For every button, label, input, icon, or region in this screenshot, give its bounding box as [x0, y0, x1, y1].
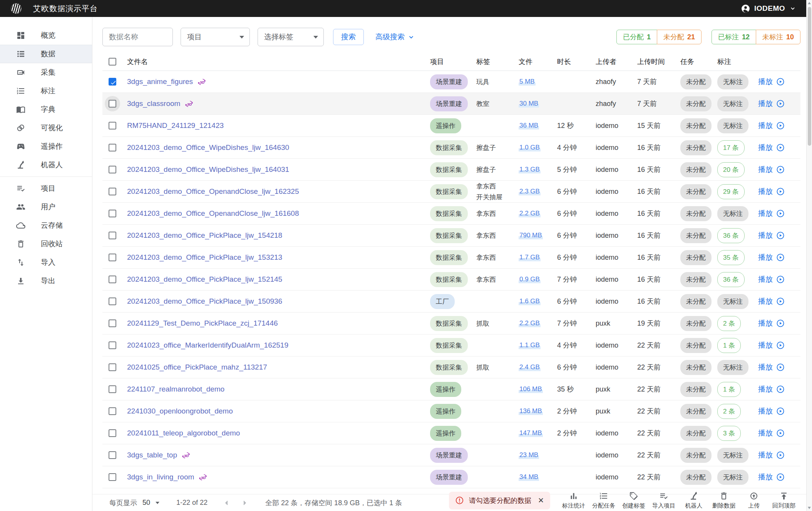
file-link[interactable]: 3dgs_anime_figures [127, 77, 193, 86]
file-link[interactable]: 20241203_demo_Office_PickPlace_ljw_15214… [127, 275, 282, 284]
file-link[interactable]: 20241203_demo_Office_WipeDishes_ljw_1640… [127, 165, 289, 174]
advanced-search-link[interactable]: 高级搜索 [375, 32, 415, 42]
play-button[interactable]: 播放 [758, 99, 800, 109]
file-link[interactable]: 20241203_demo_Office_PickPlace_ljw_15421… [127, 231, 282, 240]
play-button[interactable]: 播放 [758, 318, 800, 328]
play-button[interactable]: 播放 [758, 230, 800, 240]
file-size-link[interactable]: 34 MB [519, 473, 539, 481]
row-checkbox[interactable] [109, 232, 116, 239]
file-link[interactable]: 20241025_office_PickPlace_mahz_113217 [127, 363, 267, 371]
play-button[interactable]: 播放 [758, 252, 800, 262]
row-checkbox[interactable] [109, 385, 116, 393]
play-button[interactable]: 播放 [758, 187, 800, 197]
play-button[interactable]: 播放 [758, 472, 800, 482]
file-link[interactable]: RM75HAND_241129_121423 [127, 121, 224, 130]
sidebar-item-回收站[interactable]: 回收站 [0, 235, 92, 253]
file-size-link[interactable]: 1.6 GB [519, 298, 541, 305]
sidebar-item-可视化[interactable]: 可视化 [0, 119, 92, 137]
scroll-down-arrow-icon[interactable] [808, 507, 811, 509]
data-name-input[interactable]: 数据名称 [102, 28, 173, 46]
prev-page-button[interactable] [223, 499, 231, 507]
tool-upload-button[interactable]: 上传 [739, 491, 769, 509]
file-size-link[interactable]: 2.2 GB [519, 210, 541, 217]
row-checkbox[interactable] [109, 319, 116, 327]
file-size-link[interactable]: 2.4 GB [519, 363, 541, 371]
row-checkbox[interactable] [109, 100, 116, 108]
tool-annotate-button[interactable]: 分配任务 [589, 491, 619, 509]
per-page-select[interactable]: 每页显示 50 [109, 498, 159, 508]
file-link[interactable]: 20241203_demo_Office_OpenandClose_ljw_16… [127, 209, 299, 218]
play-button[interactable]: 播放 [758, 340, 800, 350]
vertical-scrollbar[interactable] [806, 0, 812, 511]
scrollbar-thumb[interactable] [808, 7, 811, 146]
unassigned-counter[interactable]: 未分配21 [657, 30, 702, 44]
file-size-link[interactable]: 23 MB [519, 451, 539, 459]
play-button[interactable]: 播放 [758, 77, 800, 87]
play-button[interactable]: 播放 [758, 121, 800, 131]
row-checkbox[interactable] [109, 298, 116, 305]
file-link[interactable]: 2241030_openloongrobot_demo [127, 407, 233, 415]
row-checkbox[interactable] [109, 363, 116, 371]
play-button[interactable]: 播放 [758, 384, 800, 394]
row-checkbox[interactable] [109, 210, 116, 217]
sidebar-item-采集[interactable]: 采集 [0, 63, 92, 82]
play-button[interactable]: 播放 [758, 362, 800, 372]
row-checkbox[interactable] [109, 144, 116, 151]
project-select[interactable]: 项目 [181, 28, 250, 46]
play-button[interactable]: 播放 [758, 406, 800, 416]
file-size-link[interactable]: 1.0 GB [519, 144, 541, 151]
play-button[interactable]: 播放 [758, 450, 800, 460]
file-size-link[interactable]: 1.7 GB [519, 254, 541, 261]
file-link[interactable]: 20241203_demo_Office_PickPlace_ljw_15321… [127, 253, 282, 262]
play-button[interactable]: 播放 [758, 428, 800, 438]
row-checkbox[interactable] [109, 473, 116, 481]
sidebar-item-标注[interactable]: 标注 [0, 82, 92, 100]
row-checkbox[interactable] [109, 166, 116, 173]
file-size-link[interactable]: 5 MB [519, 78, 536, 86]
tool-stats-button[interactable]: 标注统计 [559, 491, 589, 509]
annotated-counter[interactable]: 已标注12 [712, 30, 756, 44]
file-size-link[interactable]: 30 MB [519, 100, 539, 108]
tool-project-button[interactable]: 导入项目 [649, 491, 679, 509]
assigned-counter[interactable]: 已分配1 [616, 30, 657, 44]
tool-tag-button[interactable]: 创建标签 [619, 491, 649, 509]
unannotated-counter[interactable]: 未标注10 [756, 30, 800, 44]
file-size-link[interactable]: 2.3 GB [519, 188, 541, 195]
tool-robot-button[interactable]: 机器人 [679, 491, 709, 509]
play-button[interactable]: 播放 [758, 143, 800, 153]
play-button[interactable]: 播放 [758, 208, 800, 219]
file-link[interactable]: 20241203_demo_Office_OpenandClose_ljw_16… [127, 187, 299, 196]
file-link[interactable]: 20241023_office_MarkerIdentifyDualArm_16… [127, 341, 288, 350]
file-link[interactable]: 20241203_demo_Office_PickPlace_ljw_15093… [127, 297, 282, 306]
row-checkbox[interactable] [109, 451, 116, 459]
file-link[interactable]: 20241203_demo_Office_WipeDishes_ljw_1646… [127, 143, 289, 152]
next-page-button[interactable] [241, 499, 248, 507]
file-link[interactable]: 2241107_realmanrobot_demo [127, 385, 224, 393]
file-link[interactable]: 20241129_Test_Demo_PickPlace_zcj_171446 [127, 319, 278, 328]
file-size-link[interactable]: 790 MB [519, 232, 543, 239]
play-button[interactable]: 播放 [758, 165, 800, 175]
play-button[interactable]: 播放 [758, 274, 800, 284]
file-link[interactable]: 20241011_teleop_algorobot_demo [127, 429, 240, 437]
scroll-up-arrow-icon[interactable] [808, 2, 811, 4]
row-checkbox[interactable] [109, 188, 116, 195]
file-size-link[interactable]: 1.1 GB [519, 341, 541, 349]
sidebar-item-遥操作[interactable]: 遥操作 [0, 137, 92, 156]
sidebar-item-云存储[interactable]: 云存储 [0, 216, 92, 235]
sidebar-item-导入[interactable]: 导入 [0, 253, 92, 272]
user-menu[interactable]: IODEMO [741, 4, 797, 13]
file-size-link[interactable]: 36 MB [519, 122, 539, 129]
select-all-checkbox[interactable] [109, 58, 116, 66]
sidebar-item-字典[interactable]: 字典 [0, 100, 92, 119]
file-size-link[interactable]: 147 MB [519, 429, 543, 437]
close-icon[interactable]: ✕ [538, 496, 544, 505]
file-size-link[interactable]: 2.2 GB [519, 319, 541, 327]
tool-recycle-button[interactable]: 删除数据 [709, 491, 739, 509]
row-checkbox[interactable] [109, 341, 116, 349]
row-checkbox[interactable] [109, 429, 116, 437]
file-size-link[interactable]: 106 MB [519, 385, 543, 393]
tool-top-button[interactable]: 回到顶部 [769, 491, 799, 509]
sidebar-item-用户[interactable]: 用户 [0, 198, 92, 216]
row-checkbox[interactable] [109, 122, 116, 129]
file-size-link[interactable]: 1.3 GB [519, 166, 541, 173]
